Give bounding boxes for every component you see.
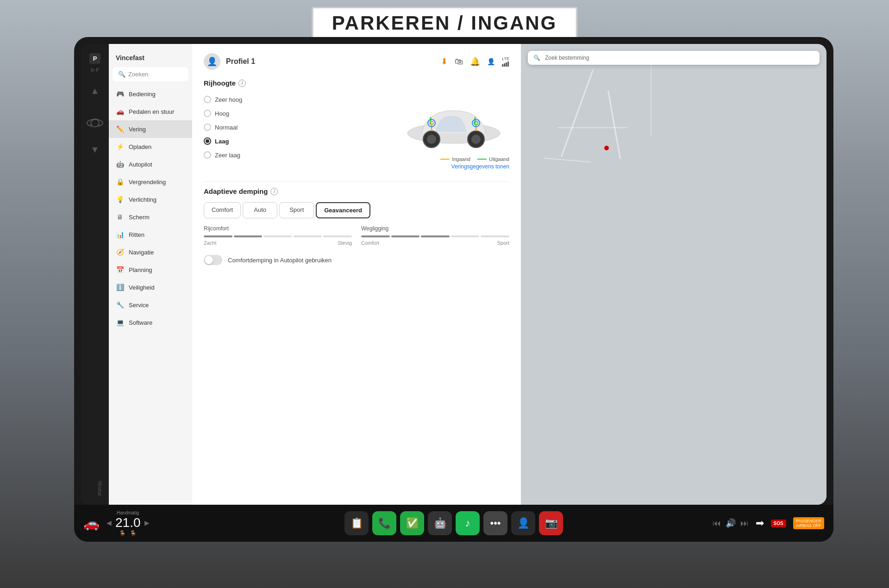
- sidebar-item-service[interactable]: 🔧 Service: [109, 296, 192, 314]
- temp-increase[interactable]: ▶: [144, 519, 150, 526]
- damping-btn-geavanceerd[interactable]: Geavanceerd: [316, 202, 370, 218]
- height-option-laag[interactable]: Laag: [204, 136, 250, 147]
- veringsgegevens-link[interactable]: Veringsgegevens tonen: [451, 163, 509, 170]
- car-visualization: Ingaand Uitgaand Veringsgegevens tonen: [259, 94, 509, 170]
- gear-in-p: In P: [91, 68, 99, 73]
- service-icon: 🔧: [116, 301, 124, 309]
- header-icons: ⬇ 🛍 🔔 👤 LTE: [441, 56, 509, 67]
- map-search[interactable]: 🔍 Zoek bestemming: [528, 51, 820, 65]
- temp-mode-label: Handmatig: [117, 510, 139, 515]
- navigatie-label: Navigatie: [129, 249, 154, 256]
- sidebar-item-verlichting[interactable]: 💡 Verlichting: [109, 191, 192, 208]
- normaal-radio: [204, 124, 211, 131]
- planning-icon: 📅: [116, 266, 124, 274]
- vering-icon: ✏️: [116, 125, 124, 133]
- map-road-5: [651, 53, 651, 136]
- sidebar-item-veiligheid[interactable]: ℹ️ Veiligheid: [109, 279, 192, 296]
- laag-label: Laag: [215, 138, 229, 145]
- height-option-hoog[interactable]: Hoog: [204, 108, 250, 119]
- seg2: [234, 235, 263, 237]
- taskbar-app-check[interactable]: ✅: [400, 511, 424, 535]
- seat-heat-left-icon[interactable]: 🪑: [119, 530, 126, 537]
- neutral-label: Neutral: [88, 481, 102, 495]
- taskbar-app-contact[interactable]: 👤: [511, 511, 535, 535]
- taskbar-app-notes[interactable]: 📋: [344, 511, 369, 535]
- sidebar-item-pedalen[interactable]: 🚗 Pedalen en stuur: [109, 103, 192, 120]
- airbag-badge: PASSENGERAIRBAG OFF: [793, 517, 824, 529]
- sidebar-item-autopilot[interactable]: 🤖 Autopilot: [109, 155, 192, 173]
- gear-up-arrow[interactable]: ▲: [90, 86, 100, 96]
- seg-w1: [361, 235, 390, 237]
- taskbar-center: 📋📞✅🤖♪•••👤📷: [181, 511, 727, 535]
- seg1: [204, 235, 232, 237]
- sidebar-item-ritten[interactable]: 📊 Ritten: [109, 226, 192, 243]
- hoog-label: Hoog: [215, 110, 229, 117]
- sos-badge[interactable]: SOS: [771, 520, 786, 527]
- taskbar-app-phone[interactable]: 📞: [372, 511, 396, 535]
- zeer_laag-radio: [204, 151, 211, 159]
- parking-sign: PARKEREN / INGANG: [312, 7, 577, 39]
- car-svg: [398, 94, 509, 154]
- temp-control: Handmatig ◀ 21.0 ▶ 🪑 🪑: [106, 510, 150, 537]
- seg-w2: [391, 235, 420, 237]
- sidebar-item-opladen[interactable]: ⚡ Opladen: [109, 138, 192, 155]
- taskbar-app-dots[interactable]: •••: [483, 511, 507, 535]
- ingaand-line: [440, 159, 450, 160]
- sidebar-item-navigatie[interactable]: 🧭 Navigatie: [109, 243, 192, 261]
- map-background: [521, 44, 826, 505]
- damping-btn-auto[interactable]: Auto: [243, 202, 277, 218]
- veiligheid-icon: ℹ️: [116, 283, 124, 291]
- search-icon: 🔍: [118, 71, 125, 78]
- rijcomfort-slider-group: Rijcomfort Zacht Stevig: [204, 225, 352, 246]
- bag-icon[interactable]: 🛍: [455, 57, 463, 67]
- ride-height-info-icon[interactable]: i: [238, 80, 246, 87]
- pedalen-label: Pedalen en stuur: [129, 108, 174, 115]
- profile-name: Profiel 1: [226, 57, 435, 66]
- taskbar-app-camera[interactable]: 📷: [539, 511, 563, 535]
- sidebar-item-scherm[interactable]: 🖥 Scherm: [109, 208, 192, 226]
- vergrendeling-icon: 🔒: [116, 178, 124, 186]
- sidebar-item-vering[interactable]: ✏️ Vering: [109, 120, 192, 138]
- autopilot-toggle[interactable]: [204, 255, 222, 265]
- seg-w4: [451, 235, 480, 237]
- seat-heat-right-icon[interactable]: 🪑: [130, 530, 137, 537]
- height-option-zeer_hoog[interactable]: Zeer hoog: [204, 94, 250, 105]
- sidebar-item-planning[interactable]: 📅 Planning: [109, 261, 192, 279]
- svg-point-0: [87, 119, 103, 127]
- zeer_hoog-radio: [204, 96, 211, 103]
- nav-arrow-icon[interactable]: ➡: [756, 517, 764, 529]
- veiligheid-label: Veiligheid: [129, 284, 155, 291]
- bell-icon[interactable]: 🔔: [470, 56, 480, 67]
- gear-down-arrow[interactable]: ▼: [90, 144, 100, 155]
- taskbar-app-spotify[interactable]: ♪: [456, 511, 480, 535]
- search-box[interactable]: 🔍 Zoeken: [113, 67, 188, 81]
- autopilot-label: Autopilot: [129, 161, 152, 168]
- rijcomfort-label: Rijcomfort: [204, 225, 352, 232]
- damping-btn-sport[interactable]: Sport: [279, 202, 314, 218]
- brand-label: Vincefast: [109, 49, 192, 67]
- seg4: [294, 235, 322, 237]
- sidebar-item-software[interactable]: 💻 Software: [109, 314, 192, 331]
- taskbar-app-robot[interactable]: 🤖: [428, 511, 452, 535]
- damping-btn-comfort[interactable]: Comfort: [204, 202, 241, 218]
- bediening-icon: 🎮: [116, 90, 124, 98]
- adaptive-info-icon[interactable]: i: [270, 188, 278, 195]
- signal-icon: LTE: [502, 56, 509, 67]
- prev-track-icon[interactable]: ⏮: [713, 519, 721, 528]
- temp-decrease[interactable]: ◀: [106, 519, 112, 526]
- main-panel: 👤 Profiel 1 ⬇ 🛍 🔔 👤 LTE: [192, 44, 521, 505]
- height-option-zeer_laag[interactable]: Zeer laag: [204, 149, 250, 161]
- sidebar-item-bediening[interactable]: 🎮 Bediening: [109, 85, 192, 103]
- temp-icons: 🪑 🪑: [119, 530, 137, 537]
- scherm-icon: 🖥: [116, 213, 124, 221]
- hoog-radio: [204, 110, 211, 117]
- screen-area: P In P ▲ ▼ Neutral Vincefast: [81, 44, 826, 505]
- next-track-icon[interactable]: ⏭: [740, 519, 749, 528]
- height-option-normaal[interactable]: Normaal: [204, 122, 250, 133]
- sidebar-item-vergrendeling[interactable]: 🔒 Vergrendeling: [109, 173, 192, 191]
- gear-p[interactable]: P: [89, 53, 101, 64]
- volume-icon[interactable]: 🔊: [726, 518, 736, 528]
- download-icon[interactable]: ⬇: [441, 56, 448, 67]
- person-icon[interactable]: 👤: [487, 58, 495, 65]
- svg-point-1: [90, 124, 93, 126]
